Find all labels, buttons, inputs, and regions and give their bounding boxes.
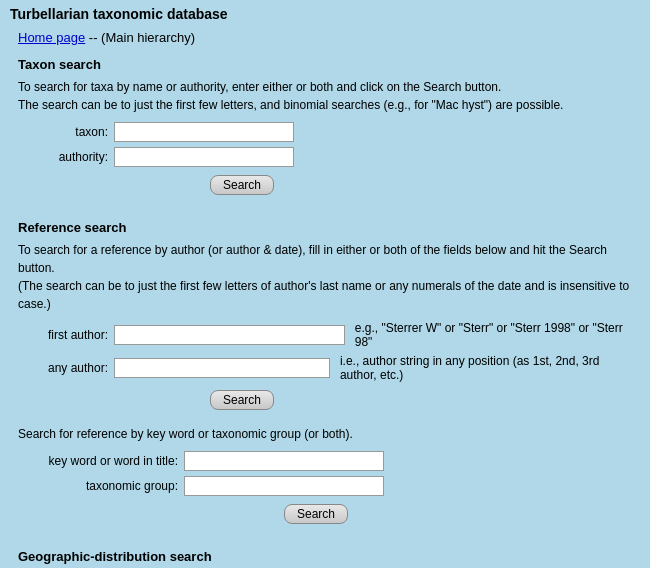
first-author-hint: e.g., "Sterrer W" or "Sterr" or "Sterr 1…	[355, 321, 632, 349]
page-title: Turbellarian taxonomic database	[0, 0, 650, 26]
home-link[interactable]: Home page	[18, 30, 85, 45]
any-author-label: any author:	[18, 361, 108, 375]
first-author-label: first author:	[18, 328, 108, 342]
home-suffix: -- (Main hierarchy)	[85, 30, 195, 45]
taxon-search-desc: To search for taxa by name or authority,…	[18, 78, 632, 114]
any-author-hint: i.e., author string in any position (as …	[340, 354, 632, 382]
taxon-search-title: Taxon search	[18, 57, 632, 72]
reference-search-title: Reference search	[18, 220, 632, 235]
taxgroup-label: taxonomic group:	[18, 479, 178, 493]
taxgroup-input[interactable]	[184, 476, 384, 496]
taxon-search-button[interactable]: Search	[210, 175, 274, 195]
keyword-label: key word or word in title:	[18, 454, 178, 468]
authority-input[interactable]	[114, 147, 294, 167]
keyword-input[interactable]	[184, 451, 384, 471]
first-author-input[interactable]	[114, 325, 345, 345]
reference-search-desc: To search for a reference by author (or …	[18, 241, 632, 313]
keyword-search-button[interactable]: Search	[284, 504, 348, 524]
taxon-label: taxon:	[18, 125, 108, 139]
authority-label: authority:	[18, 150, 108, 164]
geo-search-title: Geographic-distribution search	[18, 549, 632, 564]
keyword-desc: Search for reference by key word or taxo…	[18, 425, 632, 443]
reference-search-button[interactable]: Search	[210, 390, 274, 410]
any-author-input[interactable]	[114, 358, 330, 378]
taxon-input[interactable]	[114, 122, 294, 142]
